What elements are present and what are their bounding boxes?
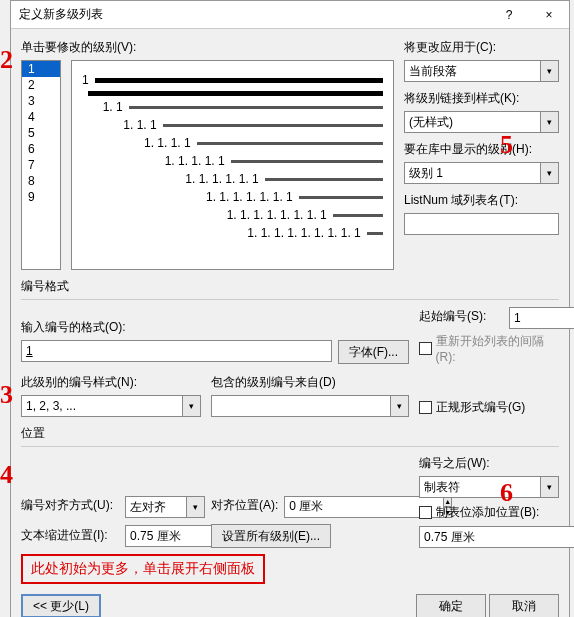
indent-at-spin[interactable]: ▲▼	[125, 525, 205, 547]
align-at-label: 对齐位置(A):	[211, 497, 278, 514]
chevron-down-icon[interactable]: ▾	[187, 496, 205, 518]
click-level-label: 单击要修改的级别(V):	[21, 39, 394, 56]
apply-to-select[interactable]: 当前段落▾	[404, 60, 559, 82]
level-item[interactable]: 6	[22, 141, 60, 157]
start-at-label: 起始编号(S):	[419, 308, 505, 325]
level-item[interactable]: 4	[22, 109, 60, 125]
tab-add-spin[interactable]: ▲▼	[419, 526, 519, 548]
less-button[interactable]: << 更少(L)	[21, 594, 101, 617]
level-listbox[interactable]: 123456789	[21, 60, 61, 270]
tab-add-checkbox[interactable]: 制表位添加位置(B):	[419, 504, 539, 521]
number-format-group: 编号格式	[21, 278, 559, 295]
ok-button[interactable]: 确定	[416, 594, 486, 617]
close-button[interactable]: ×	[529, 1, 569, 29]
include-prev-select[interactable]: ▾	[211, 395, 409, 417]
set-all-levels-button[interactable]: 设置所有级别(E)...	[211, 524, 331, 548]
enter-fmt-input[interactable]	[21, 340, 332, 362]
preview-row: 1. 1. 1	[82, 118, 383, 132]
dialog: 定义新多级列表 ? × 单击要修改的级别(V): 123456789 1 1. …	[10, 0, 570, 617]
enter-fmt-label: 输入编号的格式(O):	[21, 319, 409, 336]
annotation-box: 此处初始为更多，单击展开右侧面板	[21, 554, 265, 584]
gallery-level-label: 要在库中显示的级别(H):	[404, 141, 559, 158]
legal-checkbox[interactable]: 正规形式编号(G)	[419, 399, 525, 416]
preview-row: 1. 1. 1. 1. 1. 1. 1. 1	[82, 208, 383, 222]
level-item[interactable]: 1	[22, 61, 60, 77]
align-label: 编号对齐方式(U):	[21, 497, 119, 514]
dialog-title: 定义新多级列表	[11, 6, 489, 23]
chevron-down-icon[interactable]: ▾	[541, 162, 559, 184]
restart-checkbox[interactable]: 重新开始列表的间隔(R):	[419, 333, 559, 364]
start-at-spin[interactable]: ▲▼	[509, 307, 559, 329]
preview-row: 1. 1. 1. 1. 1. 1	[82, 172, 383, 186]
cancel-button[interactable]: 取消	[489, 594, 559, 617]
level-item[interactable]: 3	[22, 93, 60, 109]
chevron-down-icon[interactable]: ▾	[541, 476, 559, 498]
font-button[interactable]: 字体(F)...	[338, 340, 409, 364]
follow-select[interactable]: 制表符▾	[419, 476, 559, 498]
follow-label: 编号之后(W):	[419, 455, 559, 472]
preview-row: 1. 1. 1. 1. 1	[82, 154, 383, 168]
level-item[interactable]: 7	[22, 157, 60, 173]
chevron-down-icon[interactable]: ▾	[391, 395, 409, 417]
link-style-select[interactable]: (无样式)▾	[404, 111, 559, 133]
include-prev-label: 包含的级别编号来自(D)	[211, 374, 409, 391]
preview-row: 1. 1. 1. 1. 1. 1. 1	[82, 190, 383, 204]
listnum-label: ListNum 域列表名(T):	[404, 192, 559, 209]
num-style-label: 此级别的编号样式(N):	[21, 374, 201, 391]
titlebar: 定义新多级列表 ? ×	[11, 1, 569, 29]
align-select[interactable]: 左对齐▾	[125, 496, 205, 518]
link-style-label: 将级别链接到样式(K):	[404, 90, 559, 107]
preview-row: 1	[82, 73, 383, 87]
num-style-select[interactable]: 1, 2, 3, ...▾	[21, 395, 201, 417]
chevron-down-icon[interactable]: ▾	[541, 60, 559, 82]
chevron-down-icon[interactable]: ▾	[183, 395, 201, 417]
preview-pane: 1 1. 1 1. 1. 1 1. 1. 1. 1 1. 1. 1. 1. 1 …	[71, 60, 394, 270]
preview-row: 1. 1	[82, 100, 383, 114]
align-at-spin[interactable]: ▲▼	[284, 496, 364, 518]
help-button[interactable]: ?	[489, 1, 529, 29]
level-item[interactable]: 2	[22, 77, 60, 93]
indent-at-label: 文本缩进位置(I):	[21, 527, 119, 544]
position-group: 位置	[21, 425, 559, 442]
chevron-down-icon[interactable]: ▾	[541, 111, 559, 133]
apply-to-label: 将更改应用于(C):	[404, 39, 559, 56]
preview-row: 1. 1. 1. 1. 1. 1. 1. 1. 1	[82, 226, 383, 240]
level-item[interactable]: 9	[22, 189, 60, 205]
preview-row: 1. 1. 1. 1	[82, 136, 383, 150]
level-item[interactable]: 5	[22, 125, 60, 141]
gallery-level-select[interactable]: 级别 1▾	[404, 162, 559, 184]
level-item[interactable]: 8	[22, 173, 60, 189]
listnum-input[interactable]	[404, 213, 559, 235]
preview-row	[82, 91, 383, 96]
